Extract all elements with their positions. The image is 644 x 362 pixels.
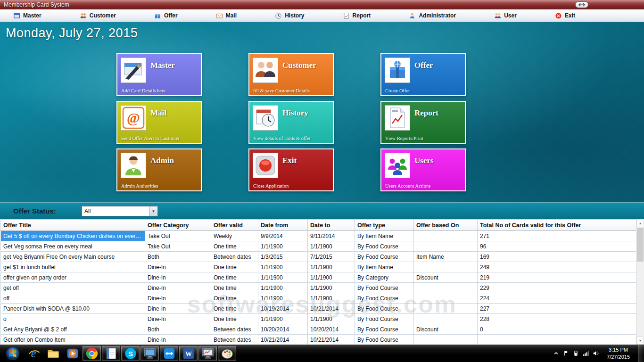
offer-row[interactable]: offer given on party orderDine-InOne tim… bbox=[1, 272, 636, 283]
menu-item-label: Report bbox=[353, 12, 371, 19]
offer-status-dropdown[interactable]: All ▼ bbox=[82, 206, 158, 216]
offer-row[interactable]: Get 5 $ off on every Bombay Chicken dish… bbox=[1, 231, 636, 241]
offer-cell: Between dates bbox=[211, 252, 258, 262]
tile-offer[interactable]: OfferCreate Offer bbox=[380, 53, 466, 96]
menu-item-mail[interactable]: Mail bbox=[213, 9, 239, 22]
column-header[interactable]: Date to bbox=[308, 220, 355, 231]
offer-status-bar: Offer Status: All ▼ bbox=[0, 202, 644, 219]
offer-cell: 224 bbox=[478, 293, 636, 304]
tile-title: Exit bbox=[282, 156, 297, 165]
flag-icon[interactable] bbox=[563, 350, 569, 356]
date-heading: Monday, July 27, 2015 bbox=[6, 26, 138, 41]
offer-row[interactable]: Get Any Briyani @ $ 2 offBothBetween dat… bbox=[1, 324, 636, 335]
desktop: Membership Card System MasterCustomerOff… bbox=[0, 0, 644, 362]
offer-cell: 1/1/1900 bbox=[258, 272, 308, 283]
svg-text:S: S bbox=[128, 349, 133, 357]
offer-row[interactable]: get offDine-InOne time1/1/19001/1/1900By… bbox=[1, 283, 636, 293]
offer-row[interactable]: get Veg Briyanni Free On every Main cour… bbox=[1, 252, 636, 262]
offer-row[interactable]: oDine-InOne time1/1/19001/1/1900By Food … bbox=[1, 314, 636, 324]
tile-caption: Send Offer Alert to Customer bbox=[121, 136, 180, 141]
tile-customer[interactable]: Customerfill & save Customer Details bbox=[248, 53, 334, 96]
tile-title: Master bbox=[150, 61, 175, 70]
column-header[interactable]: Offer type bbox=[355, 220, 414, 231]
menu-item-report[interactable]: Report bbox=[340, 9, 374, 22]
offer-row[interactable]: Get Veg somsa Free on every mealTake Out… bbox=[1, 241, 636, 252]
menu-item-master[interactable]: Master bbox=[10, 9, 44, 22]
start-button[interactable] bbox=[2, 346, 24, 361]
tile-caption: Close Application bbox=[253, 183, 289, 189]
tile-title: Mail bbox=[150, 108, 166, 118]
show-desktop-button[interactable] bbox=[638, 345, 644, 362]
vertical-scrollbar[interactable]: ▲ ▼ bbox=[636, 219, 644, 345]
scrollbar-thumb[interactable] bbox=[637, 228, 644, 262]
presentation-icon[interactable] bbox=[198, 346, 217, 361]
tile-admin[interactable]: AdminAdmin Authorities bbox=[116, 148, 202, 191]
remote-desktop-icon[interactable] bbox=[140, 346, 159, 361]
tile-report[interactable]: ReportView Reports/Print bbox=[380, 101, 466, 144]
offer-row[interactable]: offDine-InOne time1/1/19001/1/1900By Foo… bbox=[1, 293, 636, 304]
tile-history[interactable]: HistoryView details of cards & offer bbox=[248, 101, 334, 144]
menu-item-exit[interactable]: Exit bbox=[552, 9, 578, 22]
teamviewer-icon[interactable] bbox=[160, 346, 178, 361]
taskbar-clock[interactable]: 3:15 PM 7/27/2015 bbox=[603, 346, 634, 360]
offer-cell: By Food Course bbox=[355, 241, 414, 252]
offer-cell bbox=[414, 241, 478, 252]
offer-cell: One time bbox=[211, 262, 258, 272]
menu-item-user[interactable]: User bbox=[491, 9, 520, 22]
tile-caption: Add Card Details here bbox=[121, 88, 165, 93]
word-icon[interactable]: W bbox=[179, 346, 198, 361]
media-player-icon[interactable] bbox=[63, 346, 82, 361]
column-header[interactable]: Offer Title bbox=[1, 220, 145, 231]
menu-item-label: History bbox=[285, 12, 304, 19]
tile-master[interactable]: MasterAdd Card Details here bbox=[116, 53, 202, 96]
column-header[interactable]: Offer valid bbox=[211, 220, 258, 231]
file-explorer-icon[interactable] bbox=[44, 346, 62, 361]
menu-item-customer[interactable]: Customer bbox=[77, 9, 119, 22]
chevron-down-icon[interactable]: ▼ bbox=[149, 206, 157, 216]
offer-cell: 271 bbox=[478, 231, 636, 241]
network-icon[interactable] bbox=[583, 350, 589, 356]
chevron-up-icon[interactable] bbox=[553, 350, 559, 356]
offer-cell: 9/11/2014 bbox=[308, 231, 355, 241]
scroll-up-arrow-icon[interactable]: ▲ bbox=[636, 219, 644, 227]
menu-item-label: User bbox=[504, 12, 517, 19]
menu-item-history[interactable]: History bbox=[272, 9, 307, 22]
clock-time: 3:15 PM bbox=[607, 346, 630, 353]
internet-explorer-icon[interactable]: e bbox=[25, 346, 43, 361]
column-header[interactable]: Date from bbox=[258, 220, 308, 231]
volume-icon[interactable] bbox=[593, 350, 599, 356]
tile-caption: View Reports/Print bbox=[385, 136, 423, 141]
chrome-icon[interactable] bbox=[83, 346, 101, 361]
column-header[interactable]: Offer Category bbox=[145, 220, 211, 231]
offer-cell bbox=[414, 283, 478, 293]
offer-cell: One time bbox=[211, 314, 258, 324]
menu-item-administrator[interactable]: Administrator bbox=[406, 9, 459, 22]
offer-cell: 1/1/1900 bbox=[308, 293, 355, 304]
scroll-down-arrow-icon[interactable]: ▼ bbox=[636, 337, 644, 345]
tile-exit[interactable]: ExitClose Application bbox=[248, 148, 334, 191]
paint-icon[interactable] bbox=[218, 346, 236, 361]
journal-icon[interactable] bbox=[102, 346, 120, 361]
column-header[interactable]: Offer based On bbox=[414, 220, 478, 231]
offer-cell: Weekly bbox=[211, 231, 258, 241]
offer-row[interactable]: Paneer Dish with SODA @ $10.00Dine-InOne… bbox=[1, 304, 636, 314]
users-tile-icon bbox=[385, 153, 410, 178]
tile-mail[interactable]: @MailSend Offer Alert to Customer bbox=[116, 101, 202, 144]
mail-icon bbox=[216, 12, 223, 19]
resize-arrows-icon bbox=[578, 3, 585, 7]
menu-item-offer[interactable]: Offer bbox=[151, 9, 181, 22]
tile-title: Report bbox=[414, 108, 438, 118]
tile-users[interactable]: UsersUsers Account Actions bbox=[380, 148, 466, 191]
column-header[interactable]: Total No of Cards valid for this Offer bbox=[478, 220, 636, 231]
offer-cell: By Food Course bbox=[355, 252, 414, 262]
battery-icon[interactable] bbox=[573, 350, 579, 356]
offer-row[interactable]: get $1 in lunch buffetDine-InOne time1/1… bbox=[1, 262, 636, 272]
offer-row[interactable]: Get offer on Combo ItemDine-InBetween da… bbox=[1, 335, 636, 345]
offer-cell: 228 bbox=[478, 314, 636, 324]
window-control-button[interactable] bbox=[575, 1, 588, 8]
tile-title: History bbox=[282, 108, 308, 118]
offer-cell: Discount bbox=[414, 324, 478, 335]
offers-table: Offer TitleOffer CategoryOffer validDate… bbox=[0, 219, 636, 345]
tile-grid: MasterAdd Card Details hereCustomerfill … bbox=[116, 53, 466, 191]
skype-icon[interactable]: S bbox=[121, 346, 140, 361]
